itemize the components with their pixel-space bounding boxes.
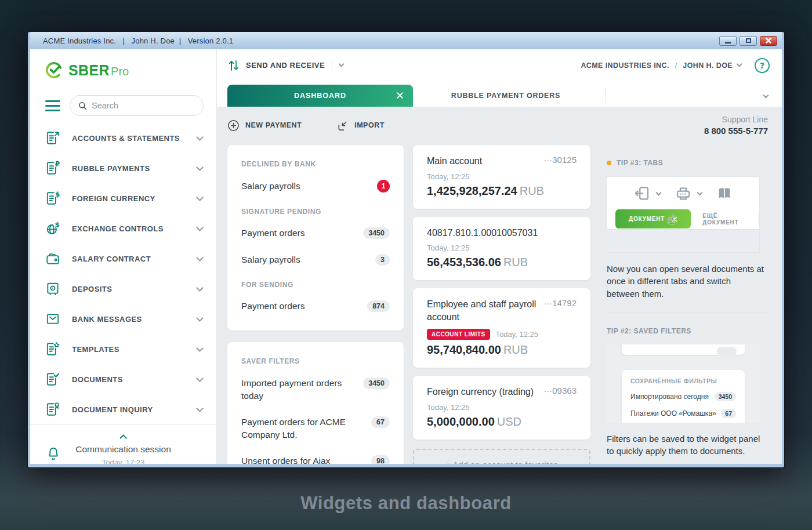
- sidebar-item-exchange-controls[interactable]: $ EXCHANGE CONTROLS: [30, 213, 216, 244]
- chevron-down-icon: [196, 284, 204, 292]
- sidebar-item-document-inquiry[interactable]: DOCUMENT INQUIRY: [30, 394, 216, 424]
- orange-dot-icon: [607, 161, 611, 165]
- account-name: Main account: [427, 155, 482, 168]
- plus-circle-icon: [227, 119, 240, 132]
- new-payment-button[interactable]: NEW PAYMENT: [227, 119, 302, 132]
- chevron-down-icon: [697, 190, 703, 195]
- search-row: [30, 95, 216, 116]
- account-card[interactable]: Foreign currency (trading) ···09363 Toda…: [413, 376, 590, 440]
- window-titlebar[interactable]: ACME Industries Inc. | John H. Doe | Ver…: [30, 32, 782, 49]
- sidebar-item-label: FOREIGN CURRENCY: [72, 194, 197, 203]
- demo-filter-row: Импортировано сегодня 3450: [630, 392, 736, 401]
- svg-text:?: ?: [760, 61, 764, 70]
- chevron-down-icon: [196, 194, 204, 201]
- templates-icon: [45, 342, 60, 357]
- tab-dashboard[interactable]: DASHBOARD: [227, 85, 413, 107]
- account-name: Foreign currency (trading): [427, 386, 534, 398]
- tip-header: TIP #3: TABS: [607, 159, 774, 167]
- sidebar: SBERPro: [30, 49, 217, 464]
- count-badge: 67: [371, 416, 390, 428]
- divider: [607, 313, 770, 313]
- sidebar-item-foreign-currency[interactable]: $ FOREIGN CURRENCY: [30, 183, 216, 213]
- widget-row[interactable]: Salary payrolls 3: [241, 254, 390, 266]
- demo-partial-card: [622, 344, 745, 355]
- widget-row[interactable]: Salary payrolls 1: [241, 180, 390, 193]
- help-button[interactable]: ?: [754, 57, 770, 74]
- demo-content-strip: [607, 229, 759, 252]
- support-label: Support Line: [704, 115, 768, 124]
- app-window: ACME Industries Inc. | John H. Doe | Ver…: [28, 32, 784, 467]
- maximize-button[interactable]: [740, 36, 757, 46]
- filter-row[interactable]: Payment orders for ACME Company Ltd. 67: [241, 416, 390, 442]
- tab-label: DASHBOARD: [294, 92, 346, 100]
- import-button[interactable]: IMPORT: [336, 119, 385, 132]
- search-input[interactable]: [92, 101, 195, 110]
- tips-column: TIP #3: TABS: [600, 145, 774, 464]
- chevron-down-icon: [196, 375, 204, 382]
- svg-text:₽: ₽: [55, 161, 60, 168]
- sidebar-item-deposits[interactable]: DEPOSITS: [30, 274, 216, 304]
- account-card[interactable]: Main account ···30125 Today, 12:25 1,425…: [413, 145, 590, 209]
- tab-rubble-payment-orders[interactable]: RUBBLE PAYMENT ORDERS: [413, 85, 599, 107]
- account-time: Today, 12:25: [496, 330, 538, 339]
- close-icon: [766, 38, 771, 43]
- account-limits-badge: ACCOUNT LIMITS: [427, 329, 490, 340]
- add-favorite-button[interactable]: + Add an account to favorites: [413, 449, 590, 464]
- brand-suffix: Pro: [111, 65, 129, 78]
- account-card[interactable]: Employee and staff payroll account ···14…: [413, 288, 590, 368]
- sidebar-item-rubble-payments[interactable]: ₽ RUBBLE PAYMENTS: [30, 153, 216, 183]
- chevron-down-icon[interactable]: [763, 93, 769, 99]
- user-menu[interactable]: ACME INDUSTRIES INC. / JOHN H. DOE: [581, 61, 741, 70]
- sidebar-item-salary-contract[interactable]: SALARY CONTRACT: [30, 244, 216, 274]
- tip-title: TIP #3: TABS: [617, 159, 663, 167]
- filter-row[interactable]: Imported payment orders today 3450: [241, 377, 390, 403]
- search-box[interactable]: [70, 95, 204, 116]
- communication-session[interactable]: Communication session Today, 17:23: [30, 424, 216, 464]
- count-badge: 98: [371, 455, 390, 464]
- sidebar-item-accounts-statements[interactable]: ACCOUNTS & STATEMENTS: [30, 123, 216, 153]
- accounts-column: Main account ···30125 Today, 12:25 1,425…: [413, 145, 590, 464]
- section-header: FOR SENDING: [241, 281, 390, 289]
- account-card[interactable]: 40817.810.1.00010057031 Today, 12:25 56,…: [413, 217, 590, 281]
- filter-row[interactable]: Unsent orders for Ajax Company Ltd. 98: [241, 455, 390, 464]
- chevron-down-icon: [196, 314, 204, 322]
- account-name: 40817.810.1.00010057031: [427, 227, 538, 239]
- tab-close-icon[interactable]: [396, 92, 404, 99]
- send-receive-label: SEND AND RECEIVE: [246, 61, 325, 70]
- close-button[interactable]: [760, 36, 777, 46]
- tip-header: TIP #2: SAVED FILTERS: [607, 327, 774, 335]
- new-payment-label: NEW PAYMENT: [245, 121, 302, 129]
- widget-row[interactable]: Payment orders 874: [241, 300, 390, 312]
- import-icon: [336, 119, 349, 132]
- sidebar-item-label: BANK MESSAGES: [72, 315, 197, 324]
- account-name: Employee and staff payroll account: [427, 298, 543, 323]
- row-label: Payment orders: [241, 228, 304, 238]
- send-receive-button[interactable]: SEND AND RECEIVE: [227, 59, 325, 72]
- sidebar-item-label: RUBBLE PAYMENTS: [72, 164, 197, 173]
- app-body: SBERPro: [30, 49, 782, 464]
- sidebar-item-templates[interactable]: TEMPLATES: [30, 334, 216, 364]
- chevron-up-icon: [119, 434, 127, 442]
- widget-row[interactable]: Payment orders 3450: [241, 227, 390, 239]
- menu-icon[interactable]: [45, 100, 60, 111]
- section-header: DECLINED BY BANK: [241, 160, 390, 168]
- tab-label: RUBBLE PAYMENT ORDERS: [451, 92, 560, 100]
- toolbar: NEW PAYMENT IMPORT Support Line 8 800 55…: [217, 107, 782, 144]
- user-name: JOHN H. DOE: [683, 61, 733, 70]
- section-header: SIGNATURE PENDING: [241, 208, 390, 216]
- sidebar-item-bank-messages[interactable]: BANK MESSAGES: [30, 304, 216, 334]
- count-badge: 3450: [715, 392, 736, 401]
- row-label: Imported payment orders today: [241, 377, 357, 403]
- send-receive-icon: [227, 59, 240, 72]
- chevron-down-icon[interactable]: [339, 61, 345, 67]
- minimize-button[interactable]: [719, 36, 737, 46]
- foreign-currency-icon: $: [45, 191, 60, 206]
- demo-inactive-tab: ЕЩЁ ДОКУМЕНТ: [702, 213, 749, 226]
- sidebar-item-documents[interactable]: DOCUMENTS: [30, 364, 216, 394]
- account-time: Today, 12:25: [427, 172, 577, 181]
- sidebar-item-label: DOCUMENTS: [72, 375, 197, 384]
- demo-filter-row: Платежи ООО «Ромашка» 67: [630, 409, 736, 418]
- chevron-down-icon: [196, 133, 204, 141]
- session-expand[interactable]: [30, 433, 216, 441]
- divider: [759, 213, 759, 226]
